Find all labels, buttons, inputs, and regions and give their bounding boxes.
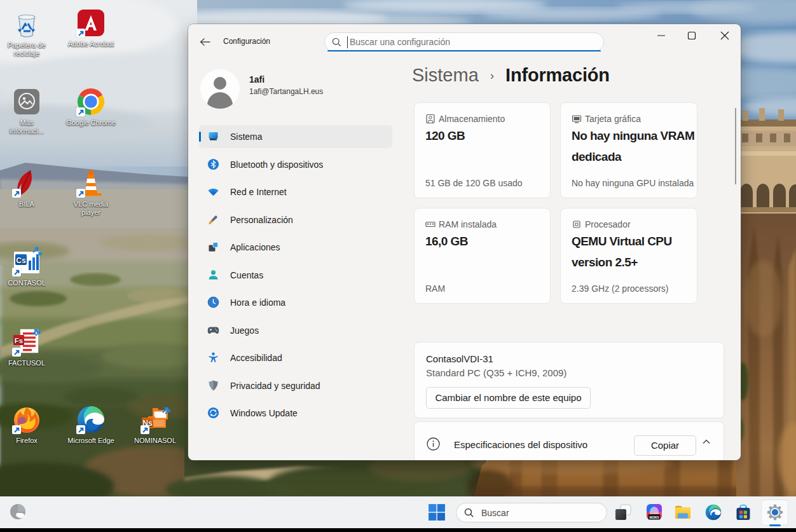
svg-text:Cs: Cs [16, 256, 26, 265]
svg-text:M365: M365 [649, 515, 659, 519]
svg-text:Fs: Fs [15, 337, 23, 344]
